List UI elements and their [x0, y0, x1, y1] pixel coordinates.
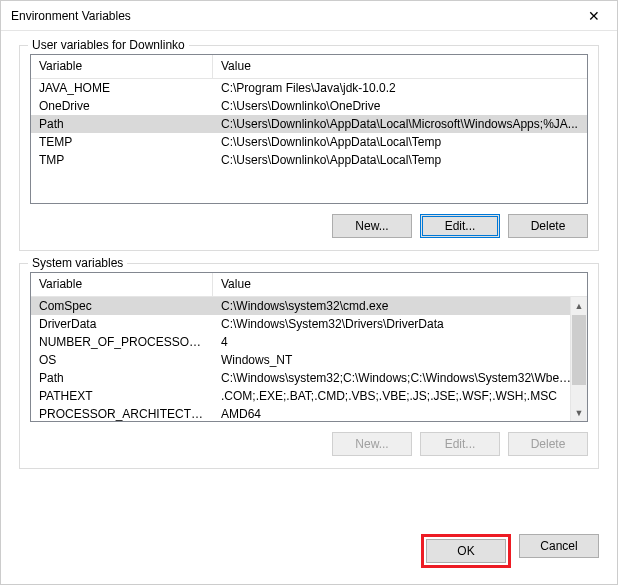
- cell-value: C:\Windows\System32\Drivers\DriverData: [213, 316, 587, 332]
- user-group-legend: User variables for Downlinko: [28, 38, 189, 52]
- cell-variable: OneDrive: [31, 98, 213, 114]
- close-icon[interactable]: ✕: [571, 1, 617, 31]
- cell-value: C:\Windows\system32;C:\Windows;C:\Window…: [213, 370, 587, 386]
- ok-button[interactable]: OK: [426, 539, 506, 563]
- table-row[interactable]: TMPC:\Users\Downlinko\AppData\Local\Temp: [31, 151, 587, 169]
- cell-variable: PATHEXT: [31, 388, 213, 404]
- cell-variable: JAVA_HOME: [31, 80, 213, 96]
- user-edit-button[interactable]: Edit...: [420, 214, 500, 238]
- col-value[interactable]: Value: [213, 273, 587, 296]
- table-row[interactable]: TEMPC:\Users\Downlinko\AppData\Local\Tem…: [31, 133, 587, 151]
- cell-value: AMD64: [213, 406, 587, 422]
- cell-variable: NUMBER_OF_PROCESSORS: [31, 334, 213, 350]
- system-group-legend: System variables: [28, 256, 127, 270]
- environment-variables-dialog: Environment Variables ✕ User variables f…: [0, 0, 618, 585]
- dialog-body: User variables for Downlinko Variable Va…: [1, 31, 617, 534]
- cell-variable: Path: [31, 370, 213, 386]
- user-new-button[interactable]: New...: [332, 214, 412, 238]
- cell-value: 4: [213, 334, 587, 350]
- window-title: Environment Variables: [11, 9, 571, 23]
- user-delete-button[interactable]: Delete: [508, 214, 588, 238]
- table-row[interactable]: PROCESSOR_ARCHITECTUREAMD64: [31, 405, 587, 422]
- system-edit-button[interactable]: Edit...: [420, 432, 500, 456]
- system-button-row: New... Edit... Delete: [30, 432, 588, 456]
- scroll-thumb[interactable]: [572, 315, 586, 385]
- col-variable[interactable]: Variable: [31, 273, 213, 296]
- titlebar: Environment Variables ✕: [1, 1, 617, 31]
- system-new-button[interactable]: New...: [332, 432, 412, 456]
- cell-value: C:\Program Files\Java\jdk-10.0.2: [213, 80, 587, 96]
- system-variables-group: System variables Variable Value ComSpecC…: [19, 263, 599, 469]
- cell-value: C:\Windows\system32\cmd.exe: [213, 298, 587, 314]
- scroll-up-icon[interactable]: ▲: [571, 297, 587, 314]
- col-value[interactable]: Value: [213, 55, 587, 78]
- cell-variable: OS: [31, 352, 213, 368]
- col-variable[interactable]: Variable: [31, 55, 213, 78]
- table-row[interactable]: PathC:\Users\Downlinko\AppData\Local\Mic…: [31, 115, 587, 133]
- table-header: Variable Value: [31, 273, 587, 297]
- user-button-row: New... Edit... Delete: [30, 214, 588, 238]
- table-row[interactable]: ComSpecC:\Windows\system32\cmd.exe: [31, 297, 587, 315]
- cancel-button[interactable]: Cancel: [519, 534, 599, 558]
- table-row[interactable]: DriverDataC:\Windows\System32\Drivers\Dr…: [31, 315, 587, 333]
- cell-value: C:\Users\Downlinko\OneDrive: [213, 98, 587, 114]
- scroll-down-icon[interactable]: ▼: [571, 404, 587, 421]
- cell-variable: TMP: [31, 152, 213, 168]
- cell-value: .COM;.EXE;.BAT;.CMD;.VBS;.VBE;.JS;.JSE;.…: [213, 388, 587, 404]
- user-variables-group: User variables for Downlinko Variable Va…: [19, 45, 599, 251]
- table-row[interactable]: OSWindows_NT: [31, 351, 587, 369]
- scrollbar[interactable]: ▲ ▼: [570, 297, 587, 421]
- table-row[interactable]: PathC:\Windows\system32;C:\Windows;C:\Wi…: [31, 369, 587, 387]
- table-row[interactable]: JAVA_HOMEC:\Program Files\Java\jdk-10.0.…: [31, 79, 587, 97]
- cell-variable: ComSpec: [31, 298, 213, 314]
- table-row[interactable]: NUMBER_OF_PROCESSORS4: [31, 333, 587, 351]
- ok-highlight: OK: [421, 534, 511, 568]
- cell-variable: DriverData: [31, 316, 213, 332]
- table-row[interactable]: OneDriveC:\Users\Downlinko\OneDrive: [31, 97, 587, 115]
- system-delete-button[interactable]: Delete: [508, 432, 588, 456]
- dialog-button-row: OK Cancel: [1, 534, 617, 584]
- table-header: Variable Value: [31, 55, 587, 79]
- user-variables-table[interactable]: Variable Value JAVA_HOMEC:\Program Files…: [30, 54, 588, 204]
- table-row[interactable]: PATHEXT.COM;.EXE;.BAT;.CMD;.VBS;.VBE;.JS…: [31, 387, 587, 405]
- cell-value: C:\Users\Downlinko\AppData\Local\Temp: [213, 152, 587, 168]
- cell-variable: Path: [31, 116, 213, 132]
- cell-value: C:\Users\Downlinko\AppData\Local\Microso…: [213, 116, 587, 132]
- cell-value: Windows_NT: [213, 352, 587, 368]
- cell-value: C:\Users\Downlinko\AppData\Local\Temp: [213, 134, 587, 150]
- cell-variable: TEMP: [31, 134, 213, 150]
- cell-variable: PROCESSOR_ARCHITECTURE: [31, 406, 213, 422]
- system-variables-table[interactable]: Variable Value ComSpecC:\Windows\system3…: [30, 272, 588, 422]
